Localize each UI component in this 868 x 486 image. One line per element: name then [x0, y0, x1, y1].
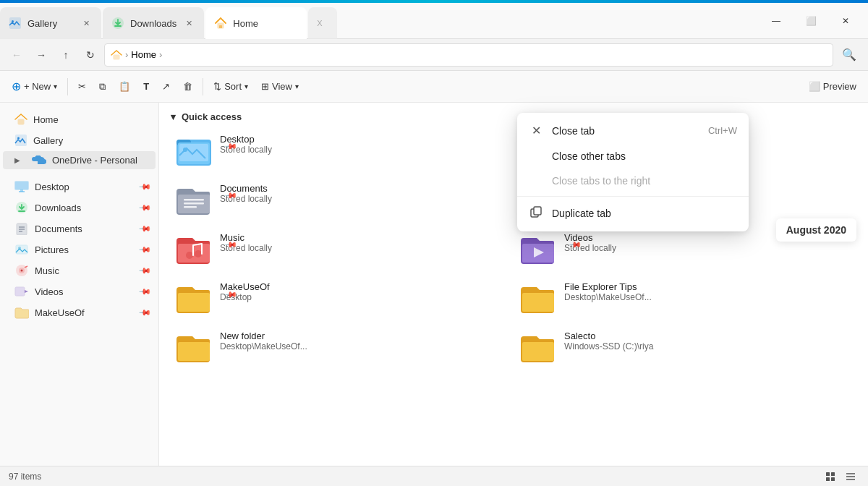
tab-home[interactable]: Home — [205, 7, 307, 39]
file-explorer-tips-name: File Explorer Tips — [564, 281, 652, 292]
expand-icon: ▶ — [14, 156, 26, 164]
view-controls — [822, 469, 859, 485]
close-button[interactable]: ✕ — [829, 9, 862, 33]
menu-item-close-tab[interactable]: ✕ Close tab Ctrl+W — [517, 117, 749, 144]
main-layout: Home Gallery ▶ OneDrive - Personal — [0, 103, 868, 466]
status-bar: 97 items — [0, 466, 868, 486]
svg-rect-25 — [15, 287, 25, 296]
sidebar-makeuseof-label: MakeUseOf — [35, 307, 85, 318]
rename-icon: T — [143, 81, 149, 92]
tab-downloads-close[interactable]: ✕ — [182, 17, 195, 30]
salecto-folder-info: Salecto Windows-SSD (C:)\riya — [564, 331, 653, 351]
new-folder-sub: Desktop\MakeUseOf... — [220, 341, 307, 351]
preview-icon: ⬜ — [809, 81, 820, 92]
quick-access-grid: Desktop Stored locally 📌 Downloads Store… — [171, 128, 856, 383]
folder-item-music[interactable]: Music Stored locally 📌 — [171, 226, 512, 273]
sidebar-item-music[interactable]: Music 📌 — [3, 260, 156, 281]
forward-button[interactable]: → — [30, 44, 52, 66]
svg-rect-48 — [178, 342, 210, 361]
videos-sidebar-icon — [14, 285, 29, 298]
documents-sidebar-icon — [14, 222, 29, 235]
menu-item-close-tabs-right: Close tabs to the right — [517, 169, 749, 193]
paste-button[interactable]: 📋 — [113, 75, 136, 98]
salecto-name: Salecto — [564, 331, 653, 341]
sidebar-music-label: Music — [35, 265, 59, 276]
pin-icon-makeuseof: 📌 — [137, 305, 151, 319]
cut-button[interactable]: ✂ — [72, 75, 92, 98]
sidebar-item-pictures[interactable]: Pictures 📌 — [3, 239, 156, 260]
minimize-button[interactable]: — — [760, 9, 793, 33]
documents-folder-info: Documents Stored locally 📌 — [220, 183, 272, 215]
close-tab-icon: ✕ — [529, 124, 543, 137]
sidebar-item-documents[interactable]: Documents 📌 — [3, 218, 156, 239]
menu-item-duplicate-tab[interactable]: Duplicate tab — [517, 200, 749, 227]
menu-item-close-other-tabs[interactable]: Close other tabs — [517, 144, 749, 169]
back-button[interactable]: ← — [6, 44, 27, 66]
svg-rect-7 — [18, 119, 24, 124]
context-menu: ✕ Close tab Ctrl+W Close other tabs Clos… — [517, 113, 749, 231]
delete-button[interactable]: 🗑 — [177, 75, 198, 98]
tab-gallery-close[interactable]: ✕ — [80, 17, 93, 30]
sidebar-videos-label: Videos — [35, 286, 64, 297]
toolbar-sep-1 — [67, 78, 68, 95]
rename-button[interactable]: T — [137, 75, 155, 98]
sidebar-item-desktop[interactable]: Desktop 📌 — [3, 176, 156, 197]
breadcrumb[interactable]: › Home › — [104, 43, 833, 67]
toolbar-sep-2 — [203, 78, 203, 95]
makeuseof-folder-icon — [176, 281, 211, 316]
cut-icon: ✂ — [78, 81, 86, 92]
folder-item-salecto[interactable]: Salecto Windows-SSD (C:)\riya — [515, 325, 856, 371]
breadcrumb-home: Home — [131, 49, 156, 60]
up-button[interactable]: ↑ — [55, 44, 77, 66]
sidebar-onedrive-label: OneDrive - Personal — [52, 155, 137, 166]
music-sidebar-icon — [14, 264, 29, 277]
tab-downloads-label: Downloads — [130, 18, 176, 29]
folder-item-new-folder[interactable]: New folder Desktop\MakeUseOf... — [171, 325, 512, 371]
sidebar-item-makeuseof[interactable]: MakeUseOf 📌 — [3, 302, 156, 323]
pin-icon-documents: 📌 — [137, 221, 151, 235]
new-icon: ⊕ — [12, 80, 21, 93]
sidebar-item-videos[interactable]: Videos 📌 — [3, 281, 156, 302]
svg-rect-37 — [184, 206, 197, 208]
sidebar-item-home[interactable]: Home — [3, 109, 156, 129]
file-explorer-tips-folder-icon — [521, 281, 556, 316]
pin-icon-desktop: 📌 — [137, 179, 151, 193]
close-other-tabs-label: Close other tabs — [552, 150, 626, 162]
pictures-sidebar-icon — [14, 243, 29, 256]
quick-access-header[interactable]: ▾ Quick access — [171, 103, 856, 128]
tab-downloads[interactable]: Downloads ✕ — [103, 7, 204, 39]
list-view-button[interactable] — [842, 469, 859, 485]
sort-label: Sort — [224, 81, 242, 92]
salecto-sub: Windows-SSD (C:)\riya — [564, 341, 653, 351]
new-button[interactable]: ⊕ + New ▾ — [6, 75, 63, 98]
tab-extra[interactable]: X — [308, 7, 337, 39]
sidebar-gallery-label: Gallery — [33, 135, 63, 146]
folder-item-makeuseof[interactable]: MakeUseOf Desktop 📌 — [171, 276, 512, 322]
preview-button[interactable]: ⬜ Preview — [803, 75, 862, 98]
close-tabs-right-label: Close tabs to the right — [552, 175, 650, 187]
view-button[interactable]: ⊞ View ▾ — [255, 75, 305, 98]
sort-button[interactable]: ⇅ Sort ▾ — [208, 75, 254, 98]
pin-icon-videos: 📌 — [137, 284, 151, 298]
new-folder-name: New folder — [220, 331, 307, 341]
folder-item-desktop[interactable]: Desktop Stored locally 📌 — [171, 128, 512, 174]
sidebar-item-gallery[interactable]: Gallery — [3, 130, 156, 150]
close-icon: ✕ — [842, 16, 849, 26]
svg-point-9 — [17, 137, 20, 140]
tab-gallery[interactable]: Gallery ✕ — [0, 7, 101, 39]
sidebar-item-downloads[interactable]: Downloads 📌 — [3, 197, 156, 218]
svg-point-1 — [12, 20, 14, 22]
copy-button[interactable]: ⧉ — [93, 75, 111, 98]
sidebar-item-onedrive[interactable]: ▶ OneDrive - Personal — [3, 151, 156, 169]
new-chevron: ▾ — [54, 82, 57, 90]
menu-divider-1 — [517, 196, 749, 197]
grid-view-button[interactable] — [822, 469, 839, 485]
search-button[interactable]: 🔍 — [836, 43, 862, 67]
folder-item-documents[interactable]: Documents Stored locally 📌 — [171, 177, 512, 223]
sort-icon: ⇅ — [213, 81, 221, 92]
folder-item-file-explorer-tips[interactable]: File Explorer Tips Desktop\MakeUseOf... — [515, 276, 856, 322]
share-button[interactable]: ↗ — [156, 75, 176, 98]
file-explorer-tips-sub: Desktop\MakeUseOf... — [564, 292, 652, 302]
refresh-button[interactable]: ↻ — [80, 44, 101, 66]
maximize-button[interactable]: ⬜ — [794, 9, 827, 33]
